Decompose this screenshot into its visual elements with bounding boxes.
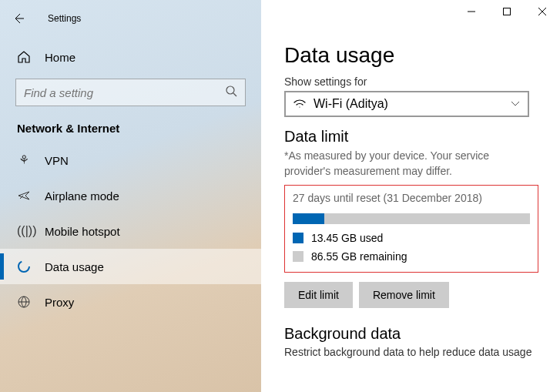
legend-used: 13.45 GB used bbox=[293, 232, 530, 244]
vpn-icon: ⚘ bbox=[17, 153, 31, 167]
nav-label: Data usage bbox=[45, 260, 104, 273]
chevron-down-icon bbox=[511, 101, 520, 107]
data-limit-heading: Data limit bbox=[284, 128, 538, 146]
search-field[interactable] bbox=[24, 86, 225, 99]
sidebar: Settings Home Network & Internet ⚘ VPN A… bbox=[0, 0, 261, 392]
close-button[interactable] bbox=[525, 0, 560, 23]
data-usage-icon bbox=[17, 260, 31, 273]
search-icon bbox=[225, 85, 237, 100]
usage-progress-fill bbox=[293, 213, 324, 224]
network-selector[interactable]: Wi-Fi (Aditya) bbox=[284, 91, 529, 117]
airplane-icon bbox=[17, 189, 31, 203]
usage-progress bbox=[293, 213, 530, 224]
maximize-button[interactable] bbox=[489, 0, 525, 23]
data-limit-box: 27 days until reset (31 December 2018) 1… bbox=[284, 185, 538, 273]
main-content: Data usage Show settings for Wi-Fi (Adit… bbox=[261, 0, 560, 392]
reset-text: 27 days until reset (31 December 2018) bbox=[293, 192, 530, 204]
network-selected-label: Wi-Fi (Aditya) bbox=[314, 97, 388, 111]
home-icon bbox=[17, 50, 31, 64]
home-label: Home bbox=[45, 51, 75, 64]
proxy-icon bbox=[17, 295, 31, 309]
category-heading: Network & Internet bbox=[0, 106, 261, 142]
background-data-heading: Background data bbox=[284, 325, 538, 343]
remaining-text: 86.55 GB remaining bbox=[311, 250, 407, 263]
remove-limit-button[interactable]: Remove limit bbox=[359, 282, 449, 308]
page-title: Data usage bbox=[284, 43, 538, 68]
svg-point-2 bbox=[18, 261, 29, 272]
window-title: Settings bbox=[48, 13, 81, 24]
svg-rect-5 bbox=[504, 8, 511, 15]
title-bar: Settings bbox=[0, 3, 261, 34]
wifi-icon bbox=[293, 99, 306, 109]
hotspot-icon: ((|)) bbox=[17, 224, 31, 238]
used-text: 13.45 GB used bbox=[311, 232, 383, 244]
sidebar-item-data-usage[interactable]: Data usage bbox=[0, 249, 261, 284]
sidebar-item-airplane[interactable]: Airplane mode bbox=[0, 178, 261, 213]
minimize-button[interactable] bbox=[454, 0, 489, 23]
nav-label: Airplane mode bbox=[45, 189, 119, 203]
back-button[interactable] bbox=[8, 8, 29, 29]
nav-label: Mobile hotspot bbox=[45, 225, 120, 238]
sidebar-item-home[interactable]: Home bbox=[0, 40, 261, 74]
nav-label: Proxy bbox=[45, 296, 74, 309]
sidebar-item-vpn[interactable]: ⚘ VPN bbox=[0, 142, 261, 178]
svg-point-0 bbox=[226, 86, 234, 94]
remaining-swatch bbox=[293, 251, 303, 262]
svg-line-1 bbox=[233, 93, 236, 96]
search-input[interactable] bbox=[15, 79, 246, 106]
sidebar-item-hotspot[interactable]: ((|)) Mobile hotspot bbox=[0, 213, 261, 249]
background-data-desc: Restrict background data to help reduce … bbox=[284, 346, 538, 358]
data-limit-note: *As measured by your device. Your servic… bbox=[284, 149, 538, 179]
used-swatch bbox=[293, 233, 303, 243]
nav-label: VPN bbox=[45, 154, 69, 167]
sidebar-item-proxy[interactable]: Proxy bbox=[0, 284, 261, 320]
legend-remaining: 86.55 GB remaining bbox=[293, 250, 530, 263]
show-settings-label: Show settings for bbox=[284, 75, 538, 88]
edit-limit-button[interactable]: Edit limit bbox=[284, 282, 353, 308]
